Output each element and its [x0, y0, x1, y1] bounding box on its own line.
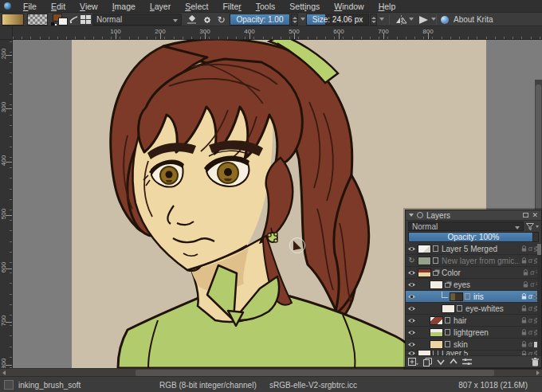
- menu-select[interactable]: Select: [185, 2, 215, 11]
- size-menu-icon[interactable]: [379, 18, 384, 21]
- alpha-lock-icon[interactable]: α: [530, 281, 534, 288]
- layer-row-iris[interactable]: irisα: [406, 291, 541, 303]
- lock-icon[interactable]: [521, 293, 527, 300]
- horizontal-scroll-thumb[interactable]: [136, 370, 494, 376]
- alpha-lock-icon[interactable]: α: [528, 245, 532, 252]
- layer-blending-mode-select[interactable]: Normal: [408, 221, 524, 231]
- layer-visibility-icon[interactable]: [406, 305, 418, 312]
- about-krita-button[interactable]: About Krita: [441, 14, 493, 25]
- layer-thumbnail[interactable]: [418, 245, 431, 253]
- menu-view[interactable]: View: [80, 2, 105, 11]
- layer-visibility-icon[interactable]: [406, 329, 418, 336]
- layer-thumbnail[interactable]: [430, 280, 443, 289]
- collapse-icon[interactable]: [409, 214, 414, 217]
- layer-thumbnail[interactable]: [418, 351, 431, 355]
- menu-window[interactable]: Window: [334, 2, 371, 11]
- mirror-menu-icon[interactable]: [409, 18, 414, 21]
- duplicate-layer-button[interactable]: [423, 358, 432, 367]
- lock-icon[interactable]: [521, 257, 527, 264]
- layer-updating-icon[interactable]: ↻: [406, 257, 418, 265]
- eraser-mode-button[interactable]: [185, 14, 198, 25]
- layer-thumbnail[interactable]: [430, 328, 443, 337]
- layer-opacity-slider[interactable]: Opacity: 100%: [408, 232, 539, 242]
- move-layer-up-button[interactable]: [450, 358, 458, 366]
- layer-visibility-icon[interactable]: [406, 293, 418, 300]
- alpha-lock-icon[interactable]: α: [528, 257, 532, 264]
- lock-icon[interactable]: [521, 351, 527, 355]
- layer-row-lightgreen[interactable]: lightgreenα: [406, 327, 541, 339]
- opacity-spinner[interactable]: [291, 14, 298, 25]
- layer-list-scrollbar[interactable]: [537, 243, 541, 355]
- lock-icon[interactable]: [523, 269, 528, 276]
- layer-row-eyes[interactable]: eyesα≡: [406, 279, 541, 291]
- reload-original-preset-icon[interactable]: ↻: [215, 14, 227, 25]
- close-docker-icon[interactable]: ✕: [532, 212, 538, 219]
- foreground-background-colors[interactable]: [51, 14, 70, 25]
- background-color-swatch[interactable]: [58, 18, 68, 25]
- layer-visibility-icon[interactable]: [406, 281, 418, 288]
- lock-icon[interactable]: [521, 245, 527, 252]
- wrap-around-icon[interactable]: [416, 14, 430, 25]
- alpha-lock-icon[interactable]: α: [530, 269, 534, 276]
- menu-edit[interactable]: Edit: [51, 2, 73, 11]
- menu-layer[interactable]: Layer: [150, 2, 178, 11]
- brush-preset-icon[interactable]: [4, 380, 14, 390]
- layer-row-hair[interactable]: hairα: [406, 315, 541, 327]
- add-layer-button[interactable]: [408, 358, 418, 367]
- layer-thumbnail[interactable]: [430, 316, 443, 325]
- layer-row-eye-whites[interactable]: eye-whitesα: [406, 303, 541, 315]
- layer-thumbnail[interactable]: [442, 304, 455, 313]
- layer-row-skin[interactable]: skinα: [406, 339, 541, 351]
- layer-list-scroll-thumb[interactable]: [537, 244, 541, 255]
- layer-filter-button[interactable]: [526, 223, 539, 230]
- alpha-lock-icon[interactable]: α: [528, 351, 532, 355]
- menu-settings[interactable]: Settings: [289, 2, 327, 11]
- opacity-menu-icon[interactable]: [300, 18, 305, 21]
- move-layer-down-button[interactable]: [437, 358, 445, 366]
- layer-thumbnail[interactable]: [418, 257, 431, 265]
- edit-brush-settings-icon[interactable]: [69, 14, 78, 25]
- scroll-left-icon[interactable]: [2, 370, 6, 375]
- blending-mode-select[interactable]: Normal: [92, 14, 182, 25]
- lock-icon[interactable]: [521, 329, 527, 335]
- scroll-right-icon[interactable]: [536, 370, 540, 375]
- alpha-lock-icon[interactable]: α: [528, 293, 532, 300]
- float-docker-icon[interactable]: [523, 213, 528, 218]
- layer-thumbnail[interactable]: [450, 292, 463, 301]
- layer-visibility-icon[interactable]: [406, 245, 418, 253]
- mirror-view-icon[interactable]: [394, 14, 408, 25]
- menu-file[interactable]: File: [23, 2, 44, 11]
- reload-preset-gear-icon[interactable]: [201, 14, 214, 25]
- layer-thumbnail[interactable]: [430, 340, 443, 349]
- menu-filter[interactable]: Filter: [222, 2, 248, 11]
- layer-row-color[interactable]: Colorα≡: [406, 267, 541, 279]
- layer-visibility-icon[interactable]: [406, 351, 418, 355]
- layers-docker-titlebar[interactable]: Layers ✕: [406, 210, 541, 221]
- lock-icon[interactable]: [521, 317, 527, 323]
- lock-icon[interactable]: [521, 305, 527, 312]
- lock-icon[interactable]: [523, 281, 528, 288]
- layer-row-new-layer-from-gmic[interactable]: ↻New layer from gmic...α: [406, 255, 541, 267]
- layer-visibility-icon[interactable]: [406, 269, 418, 276]
- layer-opacity-spinner[interactable]: [532, 233, 538, 241]
- layer-row-layer-5-merged[interactable]: Layer 5 Mergedα: [406, 243, 541, 255]
- alpha-lock-icon[interactable]: α: [528, 341, 532, 347]
- menu-tools[interactable]: Tools: [256, 2, 283, 11]
- alpha-lock-icon[interactable]: α: [528, 305, 532, 312]
- layer-row-layer-5[interactable]: Layer 5α: [406, 351, 541, 355]
- delete-layer-button[interactable]: [532, 358, 539, 367]
- opacity-slider[interactable]: Opacity: 1.00: [230, 14, 290, 25]
- layer-properties-button[interactable]: [462, 358, 472, 366]
- menu-help[interactable]: Help: [379, 2, 403, 11]
- size-spinner[interactable]: [370, 14, 377, 25]
- layer-thumbnail[interactable]: [418, 269, 431, 277]
- layer-visibility-icon[interactable]: [406, 317, 418, 324]
- alpha-lock-icon[interactable]: α: [528, 329, 532, 335]
- layer-visibility-icon[interactable]: [406, 341, 418, 348]
- gradient-chooser[interactable]: [2, 14, 24, 25]
- brush-size-slider[interactable]: Size: 24.06 px: [306, 14, 369, 25]
- brush-presets-icon[interactable]: [80, 14, 92, 25]
- pattern-chooser[interactable]: [27, 14, 48, 25]
- alpha-lock-icon[interactable]: α: [528, 317, 532, 323]
- menu-image[interactable]: Image: [112, 2, 143, 11]
